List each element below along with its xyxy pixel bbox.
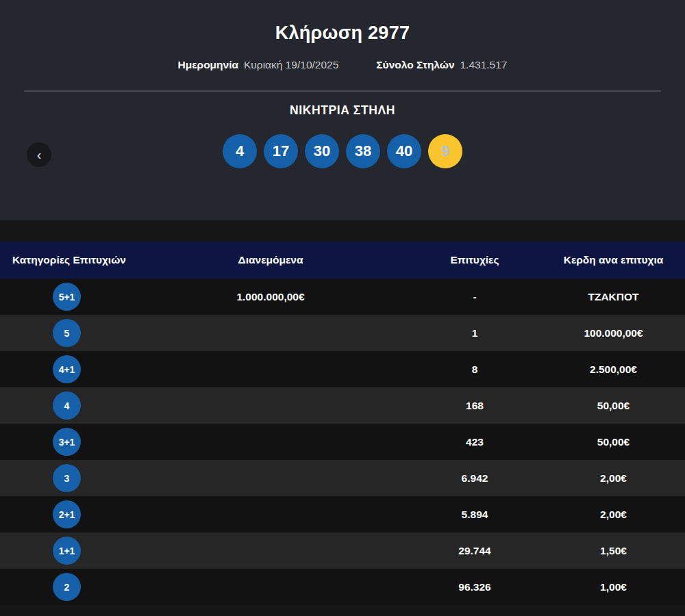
table-header-row: Κατηγορίες Επιτυχιών Διανεμόμενα Επιτυχί…: [0, 242, 685, 279]
category-badge: 5+1: [53, 283, 81, 311]
total-columns: Σύνολο Στηλών 1.431.517: [376, 59, 507, 71]
wins-cell: 6.942: [408, 472, 542, 485]
table-row: 3+142350,00€: [0, 424, 685, 460]
prize-cell: 100.000,00€: [542, 327, 685, 339]
prize-cell: 2.500,00€: [542, 363, 685, 376]
category-cell: 4+1: [0, 355, 134, 383]
wins-cell: 8: [408, 363, 542, 376]
header-prize: Κερδη ανα επιτυχια: [542, 254, 685, 266]
category-cell: 4: [0, 392, 134, 420]
divider: [24, 90, 661, 92]
page-title: Κλήρωση 2977: [0, 0, 685, 44]
category-cell: 5+1: [0, 283, 134, 311]
table-row: 36.9422,00€: [0, 460, 685, 496]
previous-draw-button[interactable]: ‹: [27, 142, 51, 167]
table-row: 51100.000,00€: [0, 315, 685, 351]
category-cell: 2+1: [0, 500, 134, 528]
category-cell: 5: [0, 319, 134, 347]
table-row: 2+15.8942,00€: [0, 496, 685, 532]
table-row: 416850,00€: [0, 387, 685, 424]
category-badge: 4+1: [53, 355, 81, 383]
prize-cell: 50,00€: [542, 436, 685, 448]
header-distributed: Διανεμόμενα: [134, 254, 408, 266]
category-cell: 1+1: [0, 537, 134, 565]
bonus-number-ball: 9: [428, 134, 462, 168]
distributed-cell: 1.000.000,00€: [134, 291, 408, 303]
wins-cell: -: [408, 291, 542, 303]
table-row: 296.3261,00€: [0, 569, 685, 605]
winning-column-title: ΝΙΚΗΤΡΙΑ ΣΤΗΛΗ: [0, 103, 685, 118]
table-row: 1+129.7441,50€: [0, 532, 685, 569]
table-row: 4+182.500,00€: [0, 351, 685, 387]
total-columns-label: Σύνολο Στηλών: [376, 59, 454, 71]
prize-cell: 1,00€: [542, 581, 685, 593]
prize-cell: 1,50€: [542, 545, 685, 557]
header-wins: Επιτυχίες: [408, 254, 542, 266]
category-cell: 3: [0, 464, 134, 492]
chevron-left-icon: ‹: [37, 147, 42, 162]
wins-cell: 423: [408, 436, 542, 448]
winning-number-ball: 4: [223, 134, 257, 168]
category-badge: 2: [53, 573, 81, 601]
category-badge: 3+1: [53, 428, 81, 456]
prize-cell: 2,00€: [542, 472, 685, 485]
winning-number-ball: 40: [387, 134, 421, 168]
winning-number-ball: 38: [346, 134, 380, 168]
prize-cell: ΤΖΑΚΠΟΤ: [542, 291, 685, 303]
table-body: 5+11.000.000,00€-ΤΖΑΚΠΟΤ51100.000,00€4+1…: [0, 279, 685, 605]
wins-cell: 29.744: [408, 545, 542, 557]
category-badge: 2+1: [53, 500, 81, 528]
category-badge: 1+1: [53, 537, 81, 565]
category-badge: 5: [53, 319, 81, 347]
draw-date-label: Ημερομηνία: [178, 59, 239, 71]
results-table: Κατηγορίες Επιτυχιών Διανεμόμενα Επιτυχί…: [0, 242, 685, 605]
prize-cell: 50,00€: [542, 400, 685, 412]
header-categories: Κατηγορίες Επιτυχιών: [0, 254, 134, 266]
prize-cell: 2,00€: [542, 509, 685, 521]
wins-cell: 96.326: [408, 581, 542, 593]
winning-number-ball: 30: [305, 134, 339, 168]
winning-numbers: 4173038409: [0, 134, 685, 168]
category-cell: 3+1: [0, 428, 134, 456]
category-badge: 3: [53, 464, 81, 492]
draw-meta: Ημερομηνία Κυριακή 19/10/2025 Σύνολο Στη…: [0, 59, 685, 71]
category-badge: 4: [53, 392, 81, 420]
wins-cell: 1: [408, 327, 542, 339]
draw-date-value: Κυριακή 19/10/2025: [244, 59, 338, 71]
total-columns-value: 1.431.517: [460, 59, 508, 71]
draw-date: Ημερομηνία Κυριακή 19/10/2025: [178, 59, 339, 71]
wins-cell: 5.894: [408, 509, 542, 521]
wins-cell: 168: [408, 400, 542, 412]
draw-panel: Κλήρωση 2977 Ημερομηνία Κυριακή 19/10/20…: [0, 0, 685, 220]
table-row: 5+11.000.000,00€-ΤΖΑΚΠΟΤ: [0, 279, 685, 315]
category-cell: 2: [0, 573, 134, 601]
winning-number-ball: 17: [264, 134, 298, 168]
